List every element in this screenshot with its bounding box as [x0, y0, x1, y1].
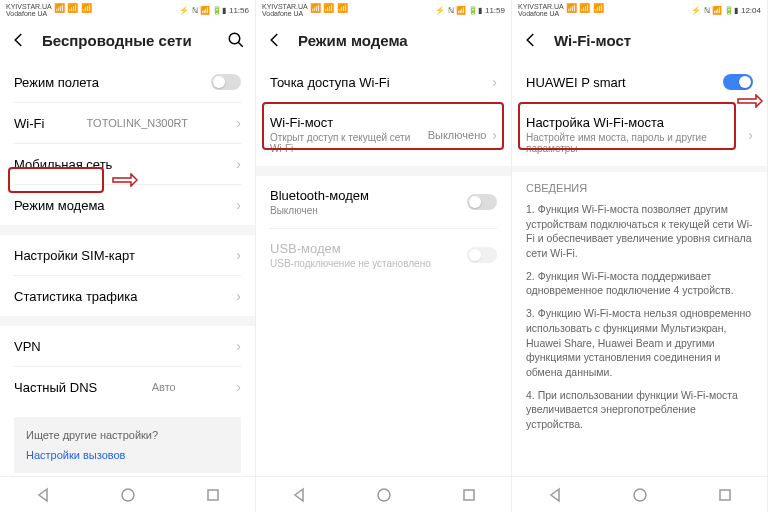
- row-wifi[interactable]: Wi-Fi TOTOLINK_N300RT ›: [0, 103, 255, 143]
- row-bridge-config[interactable]: Настройка Wi-Fi-моста Настройте имя мост…: [512, 103, 767, 166]
- header: Беспроводные сети: [0, 18, 255, 62]
- svg-rect-2: [208, 490, 218, 500]
- nav-recent-icon[interactable]: [205, 487, 221, 503]
- signal-icon: 📶 📶 📶: [566, 3, 604, 17]
- chevron-right-icon: ›: [236, 379, 241, 395]
- nav-home-icon[interactable]: [376, 487, 392, 503]
- toggle-on[interactable]: [723, 74, 753, 90]
- row-tethering[interactable]: Режим модема ›: [0, 185, 255, 225]
- navbar: [512, 476, 767, 512]
- phone-screen-3: KYIVSTAR.UA Vodafone UA 📶 📶 📶 ⚡ ℕ 📶 🔋▮ 1…: [512, 0, 768, 512]
- navbar: [0, 476, 255, 512]
- header: Режим модема: [256, 18, 511, 62]
- svg-rect-6: [720, 490, 730, 500]
- clock: 12:04: [741, 6, 761, 15]
- svg-point-0: [229, 33, 240, 44]
- info-text: 1. Функция Wi-Fi-моста позволяет другим …: [512, 198, 767, 265]
- nav-back-icon[interactable]: [35, 487, 51, 503]
- nav-back-icon[interactable]: [547, 487, 563, 503]
- signal-icon: 📶 📶 📶: [310, 3, 348, 17]
- row-sim-settings[interactable]: Настройки SIM-карт ›: [0, 235, 255, 275]
- link-call-settings[interactable]: Настройки вызовов: [26, 449, 229, 461]
- chevron-right-icon: ›: [236, 288, 241, 304]
- row-device-name[interactable]: HUAWEI P smart: [512, 62, 767, 102]
- nfc-icon: ⚡ ℕ 📶 🔋▮: [179, 6, 226, 15]
- page-title: Беспроводные сети: [42, 32, 213, 49]
- svg-point-1: [122, 489, 134, 501]
- row-private-dns[interactable]: Частный DNS Авто ›: [0, 367, 255, 407]
- svg-point-5: [634, 489, 646, 501]
- row-bluetooth-modem[interactable]: Bluetooth-модем Выключен: [256, 176, 511, 228]
- row-wifi-bridge[interactable]: Wi-Fi-мост Открыт доступ к текущей сети …: [256, 103, 511, 166]
- status-bar: KYIVSTAR.UA Vodafone UA 📶 📶 📶 ⚡ ℕ 📶 🔋▮ 1…: [512, 0, 767, 18]
- status-bar: KYIVSTAR.UA Vodafone UA 📶 📶 📶 ⚡ ℕ 📶 🔋▮ 1…: [0, 0, 255, 18]
- svg-point-3: [378, 489, 390, 501]
- content-area: HUAWEI P smart Настройка Wi-Fi-моста Нас…: [512, 62, 767, 476]
- search-icon[interactable]: [227, 31, 245, 49]
- signal-icon: 📶 📶 📶: [54, 3, 92, 17]
- status-bar: KYIVSTAR.UA Vodafone UA 📶 📶 📶 ⚡ ℕ 📶 🔋▮ 1…: [256, 0, 511, 18]
- info-text: 3. Функцию Wi-Fi-моста нельзя одновремен…: [512, 302, 767, 383]
- chevron-right-icon: ›: [748, 127, 753, 143]
- hint-box: Ищете другие настройки? Настройки вызово…: [14, 417, 241, 473]
- nav-back-icon[interactable]: [291, 487, 307, 503]
- section-heading: СВЕДЕНИЯ: [512, 172, 767, 198]
- phone-screen-1: KYIVSTAR.UA Vodafone UA 📶 📶 📶 ⚡ ℕ 📶 🔋▮ 1…: [0, 0, 256, 512]
- back-icon[interactable]: [266, 31, 284, 49]
- clock: 11:56: [229, 6, 249, 15]
- back-icon[interactable]: [10, 31, 28, 49]
- chevron-right-icon: ›: [236, 338, 241, 354]
- info-text: 2. Функция Wi-Fi-моста поддерживает одно…: [512, 265, 767, 302]
- nav-recent-icon[interactable]: [717, 487, 733, 503]
- info-text: 4. При использовании функции Wi-Fi-моста…: [512, 384, 767, 436]
- content-area: Режим полета Wi-Fi TOTOLINK_N300RT › Моб…: [0, 62, 255, 476]
- row-airplane-mode[interactable]: Режим полета: [0, 62, 255, 102]
- chevron-right-icon: ›: [236, 115, 241, 131]
- arrow-annotation: [112, 173, 138, 187]
- header: Wi-Fi-мост: [512, 18, 767, 62]
- row-hotspot[interactable]: Точка доступа Wi-Fi ›: [256, 62, 511, 102]
- row-usb-modem: USB-модем USB-подключение не установлено: [256, 229, 511, 281]
- clock: 11:59: [485, 6, 505, 15]
- back-icon[interactable]: [522, 31, 540, 49]
- page-title: Режим модема: [298, 32, 501, 49]
- nfc-icon: ⚡ ℕ 📶 🔋▮: [435, 6, 482, 15]
- navbar: [256, 476, 511, 512]
- page-title: Wi-Fi-мост: [554, 32, 757, 49]
- chevron-right-icon: ›: [492, 74, 497, 90]
- svg-rect-4: [464, 490, 474, 500]
- row-traffic-stats[interactable]: Статистика трафика ›: [0, 276, 255, 316]
- phone-screen-2: KYIVSTAR.UA Vodafone UA 📶 📶 📶 ⚡ ℕ 📶 🔋▮ 1…: [256, 0, 512, 512]
- chevron-right-icon: ›: [492, 127, 497, 143]
- nav-recent-icon[interactable]: [461, 487, 477, 503]
- content-area: Точка доступа Wi-Fi › Wi-Fi-мост Открыт …: [256, 62, 511, 476]
- nav-home-icon[interactable]: [632, 487, 648, 503]
- toggle-off[interactable]: [467, 194, 497, 210]
- nav-home-icon[interactable]: [120, 487, 136, 503]
- toggle-off[interactable]: [211, 74, 241, 90]
- nfc-icon: ⚡ ℕ 📶 🔋▮: [691, 6, 738, 15]
- chevron-right-icon: ›: [236, 247, 241, 263]
- chevron-right-icon: ›: [236, 156, 241, 172]
- toggle-disabled: [467, 247, 497, 263]
- row-vpn[interactable]: VPN ›: [0, 326, 255, 366]
- chevron-right-icon: ›: [236, 197, 241, 213]
